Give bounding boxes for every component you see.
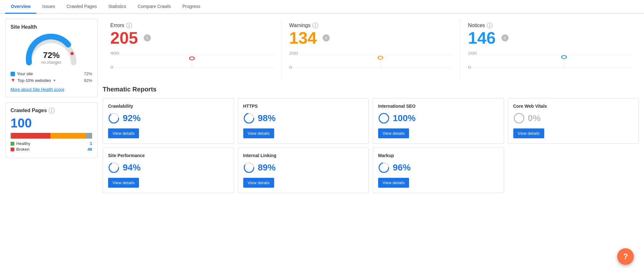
svg-text:200: 200 (289, 51, 298, 55)
site-health-title: Site Health (11, 24, 92, 30)
markup-pct: 96% (393, 163, 411, 173)
crawled-pages-title: Crawled Pages (11, 108, 47, 113)
tab-crawled-pages[interactable]: Crawled Pages (61, 0, 103, 14)
crawlability-view-details[interactable]: View details (108, 128, 139, 138)
left-panel: Site Health 72% no changes (5, 19, 98, 193)
tab-compare-crawls[interactable]: Compare Crawls (132, 0, 177, 14)
report-markup: Markup 96% View details (373, 148, 504, 193)
intl-seo-score: 100% (378, 112, 499, 124)
reports-row2: Site Performance 94% View details Intern… (103, 148, 639, 193)
report-crawlability: Crawlability 92% View details (103, 98, 234, 144)
crawled-pages-info-icon[interactable]: i (49, 108, 55, 113)
tab-overview[interactable]: Overview (5, 0, 36, 14)
errors-badge: 0 (144, 34, 151, 41)
arrow-down-icon: ▼ (11, 77, 16, 83)
site-perf-score: 94% (108, 162, 229, 173)
site-perf-pct: 94% (123, 163, 141, 173)
intl-seo-title: International SEO (378, 104, 499, 109)
svg-text:0: 0 (110, 65, 113, 69)
crawlability-title: Crawlability (108, 104, 229, 109)
site-health-card: Site Health 72% no changes (5, 19, 98, 97)
warnings-label: Warnings i (289, 23, 452, 28)
svg-text:200: 200 (468, 51, 477, 55)
notices-badge: 0 (501, 34, 509, 41)
site-perf-icon (108, 162, 120, 173)
crawlability-score: 92% (108, 112, 229, 124)
legend-your-site-value: 72% (84, 71, 92, 76)
crawled-pages-count: 100 (11, 116, 92, 130)
https-icon (243, 112, 255, 124)
more-about-site-health-link[interactable]: More about Site Health score (11, 87, 64, 92)
intl-seo-view-details[interactable]: View details (378, 128, 409, 138)
https-pct: 98% (258, 113, 276, 123)
int-link-icon (243, 162, 255, 173)
reports-empty-cell (508, 148, 639, 193)
report-internal-linking: Internal Linking 89% View details (238, 148, 369, 193)
https-score: 98% (243, 112, 364, 124)
svg-text:0: 0 (468, 65, 471, 69)
crawl-count-healthy: 1 (90, 141, 92, 146)
site-perf-view-details[interactable]: View details (108, 178, 139, 188)
errors-chart: 400 0 (110, 49, 274, 74)
tab-progress[interactable]: Progress (177, 0, 206, 14)
top-navigation: Overview Issues Crawled Pages Statistics… (0, 0, 644, 14)
markup-view-details[interactable]: View details (378, 178, 409, 188)
gauge-percentage: 72% (41, 50, 61, 60)
crawled-pages-bar (11, 133, 92, 139)
gauge-subtext: no changes (41, 60, 61, 65)
svg-text:400: 400 (110, 51, 119, 55)
bar-blocked (86, 133, 92, 139)
crawled-pages-header: Crawled Pages i (11, 108, 92, 113)
crawled-pages-card: Crawled Pages i 100 Healthy 1 Brok (5, 102, 98, 158)
notices-label: Notices i (468, 23, 631, 28)
tab-issues[interactable]: Issues (36, 0, 61, 14)
legend-your-site-label: Your site (17, 71, 33, 76)
crawl-dot-broken (11, 148, 14, 151)
int-link-view-details[interactable]: View details (243, 178, 274, 188)
cwv-icon (513, 112, 525, 124)
crawl-legend-healthy: Healthy 1 (11, 141, 92, 146)
cwv-score: 0% (513, 112, 634, 124)
metric-warnings: Warnings i 134 0 200 0 (282, 19, 460, 78)
errors-label: Errors i (110, 23, 274, 28)
crawl-count-broken: 48 (88, 147, 92, 152)
notices-info-icon[interactable]: i (487, 23, 493, 28)
int-link-title: Internal Linking (243, 153, 364, 158)
crawlability-icon (108, 112, 120, 124)
thematic-reports-title: Thematic Reports (103, 86, 639, 93)
report-https: HTTPS 98% View details (238, 98, 369, 144)
crawl-legend-broken: Broken 48 (11, 147, 92, 152)
thematic-reports-section: Thematic Reports Crawlability 92% View d… (103, 86, 639, 193)
bar-broken (11, 133, 51, 139)
report-international-seo: International SEO 100% View details (373, 98, 504, 144)
errors-value: 205 (110, 30, 138, 46)
markup-title: Markup (378, 153, 499, 158)
legend-top10: ▼ Top-10% websites ▾ 92% (11, 77, 92, 83)
tab-statistics[interactable]: Statistics (103, 0, 132, 14)
warnings-info-icon[interactable]: i (312, 23, 318, 28)
chevron-down-icon: ▾ (54, 78, 55, 83)
crawlability-pct: 92% (123, 113, 141, 123)
warnings-badge: 0 (323, 34, 330, 41)
int-link-pct: 89% (258, 163, 276, 173)
legend-your-site: Your site 72% (11, 71, 92, 76)
svg-point-0 (70, 52, 74, 55)
errors-info-icon[interactable]: i (126, 23, 132, 28)
cwv-pct: 0% (528, 113, 541, 123)
warnings-value: 134 (289, 30, 317, 46)
svg-point-24 (514, 113, 524, 123)
https-view-details[interactable]: View details (243, 128, 274, 138)
metrics-row: Errors i 205 0 400 0 (103, 19, 639, 78)
gauge-container: 72% no changes (11, 34, 92, 69)
report-site-performance: Site Performance 94% View details (103, 148, 234, 193)
markup-score: 96% (378, 162, 499, 173)
legend-top10-value: 92% (84, 78, 92, 83)
legend-your-site-color (11, 72, 15, 76)
site-perf-title: Site Performance (108, 153, 229, 158)
reports-row1: Crawlability 92% View details HTTPS (103, 98, 639, 144)
legend-top10-label: Top-10% websites (18, 78, 51, 83)
notices-chart: 200 0 (468, 49, 631, 74)
https-title: HTTPS (243, 104, 364, 109)
warnings-chart: 200 0 (289, 49, 452, 74)
cwv-view-details[interactable]: View details (513, 128, 544, 138)
